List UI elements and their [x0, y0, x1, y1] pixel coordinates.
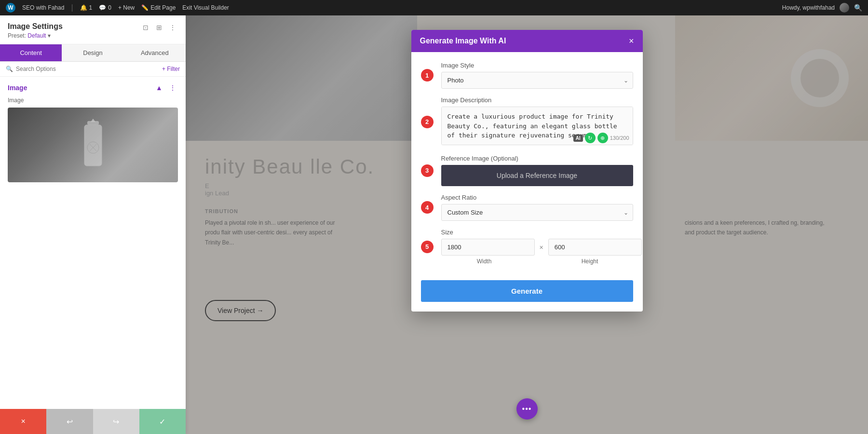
copy-icon-btn[interactable]: ⊕: [597, 133, 608, 143]
panel-search-bar: 🔍 + Filter: [0, 62, 186, 77]
grid-icon[interactable]: ⊞: [154, 22, 164, 33]
textarea-wrapper: Create a luxurious product image for Tri…: [441, 107, 633, 147]
new-button[interactable]: + New: [118, 4, 135, 11]
edit-page-button[interactable]: ✏️ Edit Page: [141, 4, 176, 11]
svg-marker-4: [91, 119, 95, 122]
undo-button[interactable]: ↩: [46, 409, 93, 434]
step-1-indicator: 1: [421, 69, 434, 81]
width-input[interactable]: [441, 239, 535, 256]
tab-advanced[interactable]: Advanced: [124, 44, 186, 61]
image-label: Image: [8, 97, 178, 104]
fab-icon: •••: [522, 405, 532, 413]
height-input[interactable]: [548, 239, 642, 256]
section-icons: ▲ ⋮: [154, 82, 178, 93]
regenerate-icon-btn[interactable]: ↻: [585, 133, 596, 143]
section-more-icon[interactable]: ⋮: [167, 82, 178, 93]
svg-rect-1: [84, 125, 102, 166]
aspect-ratio-label: Aspect Ratio: [441, 194, 633, 201]
step-2-indicator: 2: [421, 116, 434, 128]
panel-title: Image Settings: [8, 22, 63, 31]
site-name[interactable]: SEO with Fahad: [22, 4, 64, 11]
panel-header-icons: ⊡ ⊞ ⋮: [140, 22, 178, 33]
search-icon-panel: 🔍: [6, 66, 13, 72]
panel-content: Image: [0, 97, 186, 190]
image-style-select[interactable]: Photo Illustration Painting Sketch 3D: [441, 72, 633, 89]
user-avatar[interactable]: [840, 3, 849, 13]
fab-button[interactable]: •••: [516, 398, 538, 420]
textarea-actions: AI ↻ ⊕ 130/200: [573, 133, 629, 143]
admin-bar: W SEO with Fahad | 🔔 1 💬 0 + New ✏️ Edit…: [0, 0, 868, 15]
settings-panel: Image Settings Preset: Default ▾ ⊡ ⊞ ⋮ C…: [0, 15, 186, 434]
height-label: Height: [547, 258, 633, 265]
modal-overlay: Generate Image With AI × 1 Image Style P…: [186, 15, 868, 434]
section-title-image: Image: [8, 84, 27, 92]
image-description-group: 2 Image Description Create a luxurious p…: [441, 96, 633, 147]
size-group: 5 Size × Width Height: [441, 229, 633, 265]
search-icon[interactable]: 🔍: [854, 4, 862, 12]
cancel-button[interactable]: ×: [0, 409, 46, 434]
modal-close-button[interactable]: ×: [629, 37, 634, 45]
modal-footer: Generate: [411, 272, 643, 312]
image-style-select-wrapper: Photo Illustration Painting Sketch 3D ⌄: [441, 72, 633, 89]
image-style-label: Image Style: [441, 62, 633, 69]
panel-preset[interactable]: Preset: Default ▾: [8, 32, 63, 39]
modal-body: 1 Image Style Photo Illustration Paintin…: [411, 52, 643, 265]
aspect-ratio-select-wrapper: Custom Size 1:1 16:9 4:3 9:16 ⌄: [441, 204, 633, 221]
more-options-icon[interactable]: ⋮: [167, 22, 178, 33]
tab-content[interactable]: Content: [0, 44, 62, 61]
panel-header: Image Settings Preset: Default ▾ ⊡ ⊞ ⋮: [0, 15, 186, 44]
image-preview[interactable]: [8, 108, 178, 182]
modal-header: Generate Image With AI ×: [411, 30, 643, 52]
howdy-text: Howdy, wpwithfahad: [782, 4, 835, 11]
ai-badge: AI: [573, 135, 583, 142]
reference-image-group: 3 Reference Image (Optional) Upload a Re…: [441, 155, 633, 186]
step-5-indicator: 5: [421, 241, 434, 253]
product-bottle-svg: [74, 116, 112, 174]
step-4-indicator: 4: [421, 201, 434, 214]
search-options-input[interactable]: [16, 66, 159, 72]
main-content: inity Beau lle Co. E ign Lead TRIBUTION …: [186, 15, 868, 434]
exit-builder-button[interactable]: Exit Visual Builder: [182, 4, 229, 11]
upload-reference-image-button[interactable]: Upload a Reference Image: [441, 165, 633, 186]
size-x-separator: ×: [540, 244, 543, 251]
aspect-ratio-select[interactable]: Custom Size 1:1 16:9 4:3 9:16: [441, 204, 633, 221]
tab-design[interactable]: Design: [62, 44, 123, 61]
size-labels: Width Height: [441, 258, 633, 265]
notification-count[interactable]: 🔔 1: [80, 4, 93, 11]
generate-button[interactable]: Generate: [421, 280, 633, 302]
wordpress-logo[interactable]: W: [6, 3, 15, 13]
comment-count[interactable]: 💬 0: [99, 4, 111, 11]
reference-image-label: Reference Image (Optional): [441, 155, 633, 162]
page-layout: Image Settings Preset: Default ▾ ⊡ ⊞ ⋮ C…: [0, 15, 868, 434]
width-label: Width: [441, 258, 528, 265]
image-description-label: Image Description: [441, 96, 633, 104]
panel-section-header: Image ▲ ⋮: [0, 77, 186, 97]
redo-button[interactable]: ↪: [93, 409, 139, 434]
bottom-actions: × ↩ ↪ ✓: [0, 409, 186, 434]
image-style-group: 1 Image Style Photo Illustration Paintin…: [441, 62, 633, 89]
step-3-indicator: 3: [421, 164, 434, 177]
expand-icon[interactable]: ⊡: [140, 22, 151, 33]
char-count: 130/200: [610, 135, 629, 141]
size-label: Size: [441, 229, 633, 236]
confirm-button[interactable]: ✓: [139, 409, 186, 434]
aspect-ratio-group: 4 Aspect Ratio Custom Size 1:1 16:9 4:3 …: [441, 194, 633, 221]
filter-button[interactable]: + Filter: [162, 66, 180, 72]
panel-tabs: Content Design Advanced: [0, 44, 186, 62]
modal-title: Generate Image With AI: [420, 37, 506, 45]
size-row: ×: [441, 239, 633, 256]
collapse-section-icon[interactable]: ▲: [154, 82, 164, 93]
generate-image-modal: Generate Image With AI × 1 Image Style P…: [411, 30, 643, 312]
